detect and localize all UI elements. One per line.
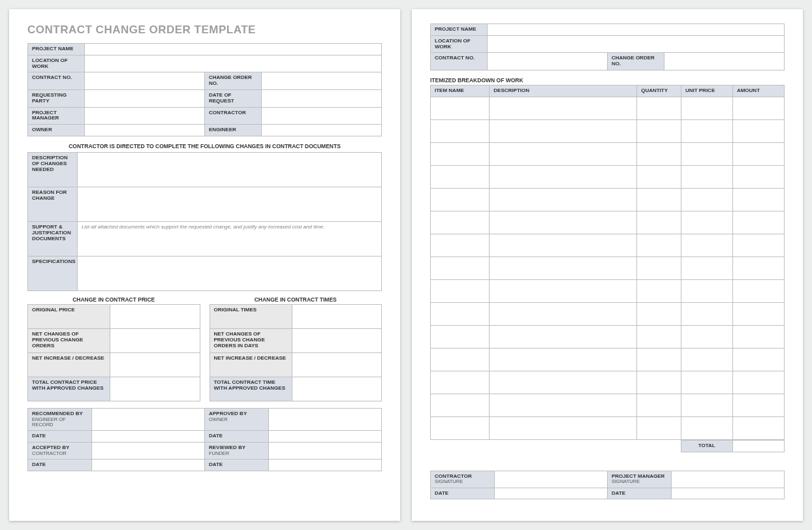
itemized-cell[interactable] [490,257,637,279]
itemized-cell[interactable] [681,97,732,119]
input-recommended-by[interactable] [91,408,204,430]
input-sig-contractor[interactable] [494,471,607,488]
input-price-net-inc-dec[interactable] [110,352,200,377]
itemized-cell[interactable] [431,302,490,325]
itemized-cell[interactable] [732,302,784,325]
itemized-cell[interactable] [490,302,637,325]
itemized-cell[interactable] [637,142,681,165]
itemized-cell[interactable] [681,211,732,234]
itemized-cell[interactable] [732,371,784,394]
itemized-cell[interactable] [431,394,490,416]
itemized-cell[interactable] [681,257,732,279]
itemized-cell[interactable] [732,119,784,142]
itemized-cell[interactable] [431,142,490,165]
input-requesting-party[interactable] [84,89,204,107]
input-location-of-work[interactable] [84,55,381,72]
input-price-total[interactable] [110,377,200,401]
input-contract-no[interactable] [84,72,204,90]
itemized-cell[interactable] [490,234,637,257]
input-project-name[interactable] [84,44,381,55]
itemized-cell[interactable] [681,325,732,348]
input-original-price[interactable] [110,304,200,328]
input-support-docs[interactable]: List all attached documents which suppor… [77,221,381,256]
itemized-cell[interactable] [732,97,784,119]
input-sig-pm[interactable] [671,471,784,488]
itemized-cell[interactable] [431,348,490,371]
itemized-cell[interactable] [732,257,784,279]
itemized-cell[interactable] [637,371,681,394]
itemized-cell[interactable] [681,371,732,394]
itemized-cell[interactable] [681,165,732,188]
itemized-cell[interactable] [431,257,490,279]
itemized-cell[interactable] [431,211,490,234]
input-change-order-no[interactable] [261,72,381,90]
input-total[interactable] [732,440,784,452]
input-date-of-request[interactable] [261,89,381,107]
itemized-cell[interactable] [431,165,490,188]
itemized-cell[interactable] [431,234,490,257]
itemized-cell[interactable] [431,279,490,302]
itemized-cell[interactable] [637,257,681,279]
input-reviewed-by[interactable] [268,443,381,460]
input-project-name-2[interactable] [487,24,784,36]
itemized-cell[interactable] [681,348,732,371]
input-date-3[interactable] [91,460,204,471]
input-sig-date-1[interactable] [494,488,607,499]
itemized-cell[interactable] [490,165,637,188]
itemized-cell[interactable] [637,348,681,371]
input-contractor[interactable] [261,107,381,125]
input-date-2[interactable] [268,431,381,443]
itemized-cell[interactable] [732,416,784,439]
itemized-cell[interactable] [637,165,681,188]
itemized-cell[interactable] [637,234,681,257]
itemized-cell[interactable] [681,119,732,142]
itemized-cell[interactable] [490,371,637,394]
input-date-1[interactable] [91,431,204,443]
itemized-cell[interactable] [490,97,637,119]
itemized-cell[interactable] [637,302,681,325]
input-accepted-by[interactable] [91,443,204,460]
input-contract-no-2[interactable] [487,53,607,70]
itemized-cell[interactable] [681,302,732,325]
input-owner[interactable] [84,125,204,136]
input-desc-changes[interactable] [77,152,381,187]
itemized-cell[interactable] [431,119,490,142]
itemized-cell[interactable] [637,211,681,234]
input-engineer[interactable] [261,125,381,136]
input-times-net-prev[interactable] [292,328,381,352]
itemized-cell[interactable] [490,279,637,302]
input-sig-date-2[interactable] [671,488,784,499]
input-approved-by[interactable] [268,408,381,430]
itemized-cell[interactable] [431,97,490,119]
itemized-cell[interactable] [732,165,784,188]
itemized-cell[interactable] [490,142,637,165]
itemized-cell[interactable] [637,97,681,119]
itemized-cell[interactable] [490,416,637,439]
itemized-cell[interactable] [637,119,681,142]
input-date-4[interactable] [268,460,381,471]
input-reason[interactable] [77,187,381,221]
itemized-cell[interactable] [732,142,784,165]
itemized-cell[interactable] [431,325,490,348]
input-specifications[interactable] [77,256,381,290]
input-original-times[interactable] [292,304,381,328]
itemized-cell[interactable] [732,211,784,234]
itemized-cell[interactable] [490,325,637,348]
itemized-cell[interactable] [490,119,637,142]
itemized-cell[interactable] [431,416,490,439]
itemized-cell[interactable] [732,279,784,302]
input-times-net-inc-dec[interactable] [292,352,381,377]
itemized-cell[interactable] [681,188,732,211]
input-project-manager[interactable] [84,107,204,125]
input-price-net-prev[interactable] [110,328,200,352]
itemized-cell[interactable] [681,416,732,439]
itemized-cell[interactable] [637,188,681,211]
itemized-cell[interactable] [431,188,490,211]
itemized-cell[interactable] [732,188,784,211]
itemized-cell[interactable] [637,394,681,416]
itemized-cell[interactable] [681,142,732,165]
itemized-cell[interactable] [732,348,784,371]
itemized-cell[interactable] [732,325,784,348]
itemized-cell[interactable] [732,394,784,416]
itemized-cell[interactable] [637,416,681,439]
